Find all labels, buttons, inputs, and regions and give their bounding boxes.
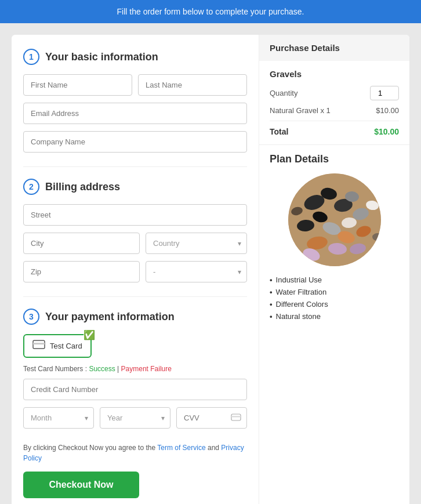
svg-rect-1	[33, 343, 45, 345]
cvv-card-icon	[231, 414, 241, 423]
feature-item: Industrial Use	[270, 275, 399, 284]
card-label: Test Card	[50, 342, 82, 350]
country-select[interactable]: Country	[146, 233, 247, 254]
product-name: Gravels	[270, 69, 399, 79]
test-card-notice: Test Card Numbers : Success | Payment Fa…	[23, 365, 247, 373]
purchase-details-header: Purchase Details	[259, 35, 409, 61]
failure-link[interactable]: Payment Failure	[121, 365, 172, 373]
purchase-body: Gravels Quantity Natural Gravel x 1 $10.…	[259, 61, 409, 144]
section2-title: Billing address	[45, 181, 120, 193]
street-row	[23, 204, 247, 226]
section-billing: 2 Billing address Country ▾	[23, 179, 247, 282]
name-row	[23, 74, 247, 96]
section3-number: 3	[23, 309, 39, 325]
zip-input[interactable]	[23, 261, 140, 282]
section2-header: 2 Billing address	[23, 179, 247, 195]
state-select[interactable]: -	[146, 261, 247, 282]
item-row: Natural Gravel x 1 $10.00	[270, 106, 399, 115]
total-row: Total $10.00	[270, 121, 399, 136]
total-label: Total	[270, 127, 288, 136]
zip-state-row: - ▾	[23, 261, 247, 282]
street-input[interactable]	[23, 204, 247, 226]
expiry-cvv-row: Month 010203 040506 070809 101112 ▾ Year…	[23, 407, 247, 429]
section1-number: 1	[23, 49, 39, 65]
company-row	[23, 131, 247, 153]
quantity-row: Quantity	[270, 86, 399, 100]
year-wrapper: Year 2024202520262027 ▾	[100, 407, 170, 429]
total-value: $10.00	[374, 127, 399, 136]
item-price: $10.00	[376, 106, 399, 115]
feature-item: Natural stone	[270, 312, 399, 321]
cc-number-input[interactable]	[23, 379, 247, 400]
month-wrapper: Month 010203 040506 070809 101112 ▾	[23, 407, 94, 429]
feature-item: Water Filtration	[270, 288, 399, 296]
banner-text: Fill the order form below to complete yo…	[117, 7, 304, 16]
company-input[interactable]	[23, 131, 247, 153]
year-select[interactable]: Year 2024202520262027	[100, 407, 170, 429]
section2-number: 2	[23, 179, 39, 195]
state-wrapper: - ▾	[146, 261, 247, 282]
city-country-row: Country ▾	[23, 233, 247, 254]
cvv-wrapper	[176, 407, 247, 429]
section1-title: Your basic information	[45, 51, 158, 63]
section-payment: 3 Your payment information Test Card ✅ T…	[23, 309, 247, 429]
card-option[interactable]: Test Card ✅	[23, 334, 92, 358]
email-input[interactable]	[23, 103, 247, 124]
month-select[interactable]: Month 010203 040506 070809 101112	[23, 407, 94, 429]
section3-header: 3 Your payment information	[23, 309, 247, 325]
city-input[interactable]	[23, 233, 140, 254]
feature-item: Different Colors	[270, 300, 399, 309]
email-row	[23, 103, 247, 124]
svg-rect-3	[231, 416, 241, 418]
gravel-image	[288, 173, 381, 266]
top-banner: Fill the order form below to complete yo…	[0, 0, 421, 23]
left-panel: 1 Your basic information 2 Billing addre…	[12, 35, 259, 504]
last-name-input[interactable]	[138, 74, 247, 96]
quantity-label: Quantity	[270, 89, 297, 97]
quantity-input[interactable]	[370, 86, 399, 100]
plan-title: Plan Details	[270, 153, 399, 165]
card-icon	[32, 340, 45, 352]
item-label: Natural Gravel x 1	[270, 106, 331, 115]
section3-title: Your payment information	[45, 311, 175, 323]
country-wrapper: Country ▾	[146, 233, 247, 254]
plan-details-section: Plan Details	[259, 144, 409, 332]
agreement-text: By clicking Checkout Now you agree to th…	[23, 443, 247, 463]
cc-number-row	[23, 379, 247, 400]
checkout-button[interactable]: Checkout Now	[23, 472, 139, 498]
card-check-icon: ✅	[84, 331, 95, 340]
tos-link[interactable]: Term of Service	[157, 444, 205, 452]
section1-header: 1 Your basic information	[23, 49, 247, 65]
section-basic-info: 1 Your basic information	[23, 49, 247, 153]
first-name-input[interactable]	[23, 74, 132, 96]
success-link[interactable]: Success	[89, 365, 115, 373]
plan-features: Industrial Use Water Filtration Differen…	[270, 275, 399, 321]
right-panel: Purchase Details Gravels Quantity Natura…	[259, 35, 409, 504]
